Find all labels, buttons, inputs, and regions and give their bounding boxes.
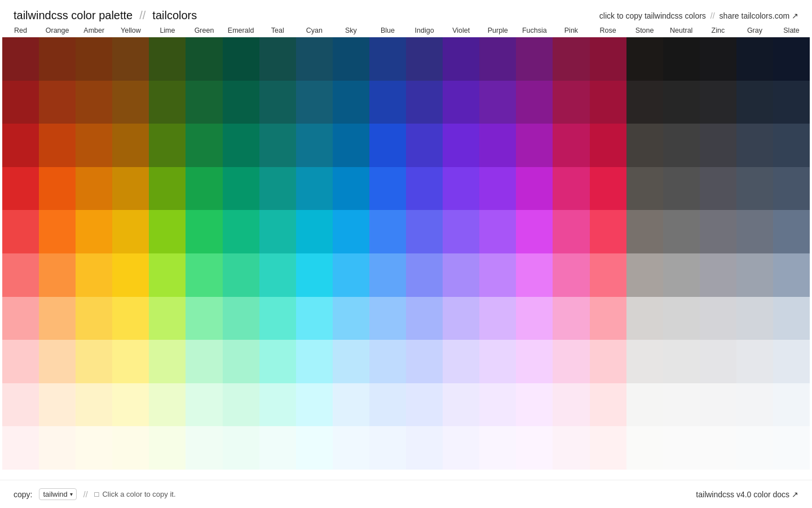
color-swatch[interactable] [626, 297, 663, 340]
color-swatch[interactable] [773, 426, 810, 470]
color-swatch[interactable] [626, 253, 663, 297]
color-swatch[interactable] [626, 81, 663, 124]
color-swatch[interactable] [773, 253, 810, 297]
color-swatch[interactable] [553, 81, 589, 124]
color-swatch[interactable] [39, 167, 76, 211]
color-swatch[interactable] [406, 37, 443, 81]
color-swatch[interactable] [626, 124, 663, 167]
color-swatch[interactable] [112, 124, 149, 167]
color-swatch[interactable] [406, 297, 443, 340]
color-swatch[interactable] [736, 383, 773, 427]
color-swatch[interactable] [590, 383, 626, 427]
color-swatch[interactable] [369, 297, 406, 340]
color-swatch[interactable] [773, 81, 810, 124]
color-swatch[interactable] [223, 383, 259, 427]
color-swatch[interactable] [186, 167, 222, 211]
color-swatch[interactable] [259, 297, 296, 340]
color-swatch[interactable] [76, 340, 112, 383]
color-swatch[interactable] [333, 383, 369, 427]
color-swatch[interactable] [516, 253, 553, 297]
color-swatch[interactable] [479, 253, 516, 297]
color-swatch[interactable] [333, 167, 369, 211]
color-swatch[interactable] [112, 37, 149, 81]
color-swatch[interactable] [516, 383, 553, 427]
color-swatch[interactable] [112, 81, 149, 124]
color-swatch[interactable] [443, 167, 479, 211]
color-swatch[interactable] [516, 210, 553, 253]
color-swatch[interactable] [773, 210, 810, 253]
color-swatch[interactable] [369, 81, 406, 124]
color-swatch[interactable] [626, 340, 663, 383]
color-swatch[interactable] [149, 297, 186, 340]
color-swatch[interactable] [39, 426, 76, 470]
color-swatch[interactable] [479, 167, 516, 211]
color-swatch[interactable] [186, 383, 222, 427]
color-swatch[interactable] [626, 167, 663, 211]
color-swatch[interactable] [223, 210, 259, 253]
color-swatch[interactable] [296, 167, 333, 211]
color-swatch[interactable] [76, 210, 112, 253]
color-swatch[interactable] [76, 383, 112, 427]
color-swatch[interactable] [369, 426, 406, 470]
color-swatch[interactable] [553, 297, 589, 340]
color-swatch[interactable] [663, 426, 700, 470]
docs-link-container[interactable]: tailwindcss v4.0 color docs ↗ [696, 490, 798, 499]
color-swatch[interactable] [406, 253, 443, 297]
color-swatch[interactable] [39, 210, 76, 253]
color-swatch[interactable] [149, 81, 186, 124]
color-swatch[interactable] [626, 383, 663, 427]
color-swatch[interactable] [663, 81, 700, 124]
color-swatch[interactable] [663, 253, 700, 297]
color-swatch[interactable] [479, 37, 516, 81]
color-swatch[interactable] [333, 340, 369, 383]
color-swatch[interactable] [626, 426, 663, 470]
color-swatch[interactable] [736, 426, 773, 470]
color-swatch[interactable] [76, 426, 112, 470]
color-swatch[interactable] [700, 81, 736, 124]
color-swatch[interactable] [149, 340, 186, 383]
color-swatch[interactable] [736, 253, 773, 297]
color-swatch[interactable] [333, 426, 369, 470]
color-swatch[interactable] [2, 383, 39, 427]
color-swatch[interactable] [259, 167, 296, 211]
color-swatch[interactable] [259, 210, 296, 253]
color-swatch[interactable] [333, 253, 369, 297]
color-swatch[interactable] [186, 210, 222, 253]
color-swatch[interactable] [479, 124, 516, 167]
color-swatch[interactable] [333, 297, 369, 340]
color-swatch[interactable] [736, 340, 773, 383]
color-swatch[interactable] [76, 253, 112, 297]
color-swatch[interactable] [2, 297, 39, 340]
color-swatch[interactable] [296, 253, 333, 297]
color-swatch[interactable] [39, 297, 76, 340]
color-swatch[interactable] [773, 383, 810, 427]
color-swatch[interactable] [406, 426, 443, 470]
color-swatch[interactable] [39, 340, 76, 383]
color-swatch[interactable] [259, 383, 296, 427]
color-swatch[interactable] [553, 167, 589, 211]
color-swatch[interactable] [626, 37, 663, 81]
color-swatch[interactable] [333, 124, 369, 167]
color-swatch[interactable] [663, 210, 700, 253]
color-swatch[interactable] [516, 124, 553, 167]
color-swatch[interactable] [2, 167, 39, 211]
color-swatch[interactable] [223, 426, 259, 470]
color-swatch[interactable] [516, 37, 553, 81]
color-swatch[interactable] [112, 253, 149, 297]
color-swatch[interactable] [553, 383, 589, 427]
color-swatch[interactable] [186, 297, 222, 340]
color-swatch[interactable] [663, 167, 700, 211]
color-swatch[interactable] [112, 383, 149, 427]
color-swatch[interactable] [590, 426, 626, 470]
color-swatch[interactable] [406, 340, 443, 383]
color-swatch[interactable] [149, 426, 186, 470]
color-swatch[interactable] [736, 210, 773, 253]
color-swatch[interactable] [700, 253, 736, 297]
color-swatch[interactable] [186, 340, 222, 383]
color-swatch[interactable] [369, 37, 406, 81]
color-swatch[interactable] [369, 167, 406, 211]
color-swatch[interactable] [223, 253, 259, 297]
color-swatch[interactable] [112, 210, 149, 253]
color-swatch[interactable] [296, 210, 333, 253]
color-swatch[interactable] [479, 426, 516, 470]
